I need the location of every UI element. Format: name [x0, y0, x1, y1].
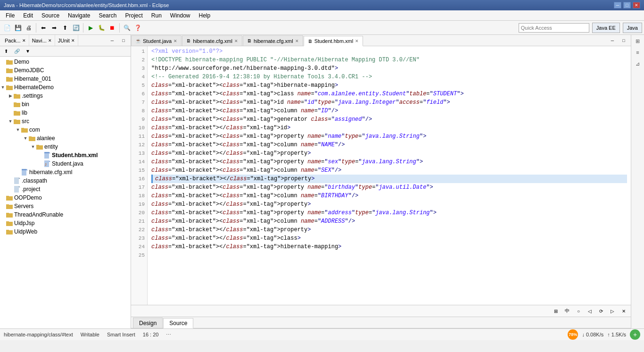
editor-area: ☕Student.java✕🗎hibernate.cfg.xml✕🗎hibern…: [131, 35, 631, 328]
back-button[interactable]: ⬅: [38, 23, 49, 33]
tree-toggle[interactable]: ▼: [23, 136, 28, 141]
tree-item[interactable]: DemoJDBC: [0, 66, 131, 75]
menu-item-edit[interactable]: Edit: [19, 10, 37, 20]
code-content[interactable]: <?xml version="1.0"?><!DOCTYPE hibernate…: [148, 46, 631, 305]
tab-close-button[interactable]: ✕: [355, 39, 359, 43]
next-button[interactable]: ▷: [607, 306, 618, 316]
minimize-panel-button[interactable]: ─: [107, 35, 117, 46]
tree-label: OOPDemo: [14, 194, 42, 201]
link-editor-button[interactable]: 🔗: [12, 46, 22, 57]
run-button[interactable]: ▶: [85, 23, 96, 33]
code-line: class="xml-bracket"><class="xml-tag">col…: [151, 217, 627, 226]
tree-item[interactable]: UidpWeb: [0, 227, 131, 236]
menu-item-search[interactable]: Search: [95, 10, 120, 20]
tree-icon: [13, 117, 21, 125]
menu-item-help[interactable]: Help: [195, 10, 215, 20]
right-btn-3[interactable]: ⊿: [633, 59, 643, 69]
maximize-panel-button[interactable]: □: [118, 35, 129, 46]
editor-maximize-button[interactable]: □: [619, 35, 629, 46]
tree-item[interactable]: ▼src: [0, 117, 131, 126]
tab-design[interactable]: Design: [133, 318, 163, 328]
menu-item-navigate[interactable]: Navigate: [64, 10, 94, 20]
tree-item[interactable]: ▼entity: [0, 142, 131, 151]
forward-button[interactable]: ➡: [49, 23, 59, 33]
help-button[interactable]: ❓: [132, 23, 143, 33]
tree-toggle[interactable]: ▼: [0, 85, 6, 90]
tree-item[interactable]: lib: [0, 109, 131, 117]
debug-button[interactable]: 🐛: [96, 23, 107, 33]
tree-item[interactable]: UidpJsp: [0, 219, 131, 227]
design-mode-button[interactable]: ⊞: [551, 306, 561, 316]
close-button[interactable]: ✕: [633, 2, 640, 8]
tree-item[interactable]: Demo: [0, 58, 131, 66]
tree-item[interactable]: ▼com: [0, 126, 131, 134]
toolbar-group-1: 📄 💾 🖨: [2, 23, 34, 33]
quick-access-input[interactable]: [519, 23, 589, 33]
perspective-java-button[interactable]: Java: [623, 23, 642, 33]
tab-source[interactable]: Source: [163, 318, 193, 328]
tree-item[interactable]: hibernate.cfg.xml: [0, 168, 131, 176]
more-button[interactable]: ✕: [619, 306, 629, 316]
tree-toggle[interactable]: ▶: [8, 93, 13, 98]
maximize-button[interactable]: □: [623, 2, 631, 8]
tab-close-button[interactable]: ✕: [234, 39, 238, 43]
editor-tab[interactable]: ☕Student.java✕: [131, 35, 182, 46]
tab-close-button[interactable]: ✕: [295, 39, 299, 43]
tree-toggle[interactable]: ▼: [15, 127, 21, 132]
tree-item[interactable]: bin: [0, 100, 131, 109]
new-button[interactable]: 📄: [2, 23, 12, 33]
print-button[interactable]: 🖨: [24, 23, 34, 33]
code-line: class="xml-bracket"><class="xml-tag">cla…: [151, 90, 627, 98]
tree-toggle[interactable]: ▼: [8, 119, 13, 124]
tab-junit-label: JUnit: [58, 38, 70, 43]
collapse-all-button[interactable]: ⬆: [1, 46, 11, 57]
tree-item[interactable]: Servers: [0, 202, 131, 210]
tree-item[interactable]: .project: [0, 185, 131, 193]
tree-item[interactable]: Hibernate_001: [0, 75, 131, 83]
minimize-button[interactable]: ─: [614, 2, 621, 8]
tree-item[interactable]: ThreadAndRunable: [0, 210, 131, 219]
prev-button[interactable]: ◁: [585, 306, 595, 316]
tree-item[interactable]: ▼alanlee: [0, 134, 131, 142]
tab-junit[interactable]: JUnit ✕: [55, 35, 78, 46]
stop-button[interactable]: ⏹: [107, 23, 117, 33]
editor-tab[interactable]: 🗎hibernate.cfg.xml✕: [243, 35, 303, 46]
search-button[interactable]: 🔍: [122, 23, 132, 33]
up-button[interactable]: ⬆: [60, 23, 70, 33]
svg-rect-36: [6, 196, 9, 197]
tree-item[interactable]: Student.hbm.xml: [0, 151, 131, 159]
network-icon: +: [630, 329, 640, 340]
perspective-javaee-button[interactable]: Java EE: [592, 23, 620, 33]
refresh-button[interactable]: 🔄: [71, 23, 81, 33]
right-btn-1[interactable]: ⊞: [633, 36, 643, 46]
right-btn-2[interactable]: ≡: [633, 47, 643, 58]
tab-junit-close[interactable]: ✕: [71, 38, 75, 43]
menu-item-source[interactable]: Source: [38, 10, 63, 20]
panel-menu-button[interactable]: ▼: [23, 46, 33, 57]
tab-close-button[interactable]: ✕: [173, 39, 177, 43]
menu-item-file[interactable]: File: [2, 10, 18, 20]
menu-item-window[interactable]: Window: [166, 10, 194, 20]
tree-item[interactable]: ▼HibernateDemo: [0, 83, 131, 92]
tree-item[interactable]: OOPDemo: [0, 193, 131, 202]
code-line: class="xml-bracket"><class="xml-tag">id …: [151, 98, 627, 107]
editor-tab[interactable]: 🗎Student.hbm.xml✕: [304, 36, 363, 46]
tab-navigator[interactable]: Navi... ✕: [29, 35, 55, 46]
tab-package-explorer[interactable]: Pack... ✕: [2, 35, 29, 46]
editor-minimize-button[interactable]: ─: [607, 35, 618, 46]
tree-toggle[interactable]: ▼: [30, 144, 36, 149]
menu-item-project[interactable]: Project: [121, 10, 146, 20]
source-mode-button[interactable]: 中: [562, 306, 572, 316]
tree-item[interactable]: .classpath: [0, 176, 131, 185]
sync-button[interactable]: ⟳: [596, 306, 606, 316]
menu-item-run[interactable]: Run: [148, 10, 165, 20]
tree-item[interactable]: JStudent.java: [0, 159, 131, 168]
tree-item[interactable]: ▶.settings: [0, 92, 131, 100]
tab-navigator-close[interactable]: ✕: [48, 38, 52, 43]
save-button[interactable]: 💾: [13, 23, 23, 33]
left-panel: Pack... ✕ Navi... ✕ JUnit ✕ ─ □ ⬆ 🔗 ▼ De…: [0, 35, 131, 328]
tab-package-close[interactable]: ✕: [22, 38, 26, 43]
zoom-button[interactable]: ○: [573, 306, 584, 316]
editor-tab[interactable]: 🗎hibernate.cfg.xml✕: [182, 35, 242, 46]
title-bar-controls[interactable]: ─ □ ✕: [614, 2, 640, 8]
